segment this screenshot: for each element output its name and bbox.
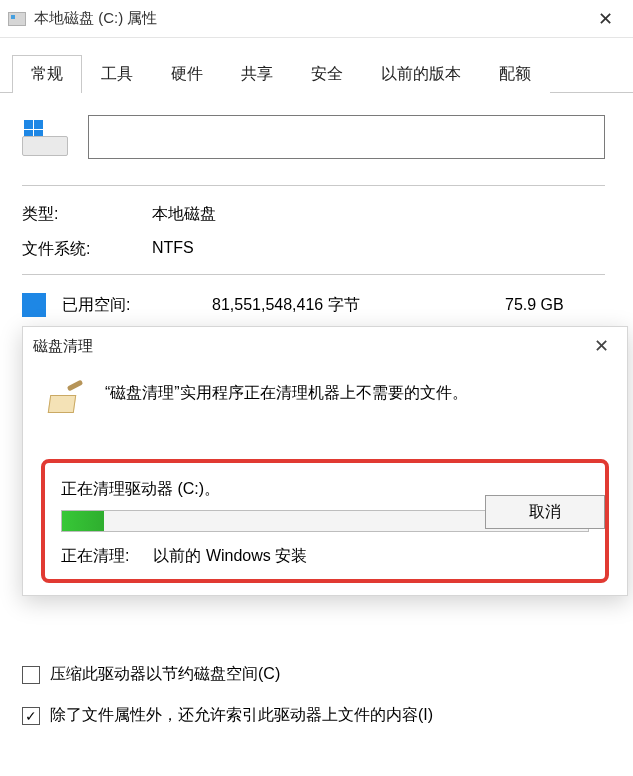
used-space-gb: 75.9 GB bbox=[505, 296, 605, 314]
cleanup-title: 磁盘清理 bbox=[33, 337, 585, 356]
used-space-label: 已用空间: bbox=[62, 295, 212, 316]
drive-large-icon bbox=[22, 118, 68, 156]
tab-previous-versions[interactable]: 以前的版本 bbox=[362, 55, 480, 93]
cleanup-message: “磁盘清理”实用程序正在清理机器上不需要的文件。 bbox=[105, 381, 468, 404]
compress-checkbox[interactable] bbox=[22, 666, 40, 684]
cleanup-icon bbox=[45, 381, 87, 423]
divider bbox=[22, 274, 605, 275]
tab-security[interactable]: 安全 bbox=[292, 55, 362, 93]
disk-cleanup-dialog: 磁盘清理 ✕ “磁盘清理”实用程序正在清理机器上不需要的文件。 正在清理驱动器 … bbox=[22, 326, 628, 596]
compress-label: 压缩此驱动器以节约磁盘空间(C) bbox=[50, 664, 280, 685]
general-panel: 类型: 本地磁盘 文件系统: NTFS 已用空间: 81,551,548,416… bbox=[0, 93, 633, 327]
volume-label-input[interactable] bbox=[88, 115, 605, 159]
divider bbox=[22, 185, 605, 186]
index-label: 除了文件属性外，还允许索引此驱动器上文件的内容(I) bbox=[50, 705, 433, 726]
tab-quota[interactable]: 配额 bbox=[480, 55, 550, 93]
filesystem-label: 文件系统: bbox=[22, 239, 152, 260]
bottom-options: 压缩此驱动器以节约磁盘空间(C) 除了文件属性外，还允许索引此驱动器上文件的内容… bbox=[22, 664, 433, 746]
type-label: 类型: bbox=[22, 204, 152, 225]
type-value: 本地磁盘 bbox=[152, 204, 216, 225]
filesystem-value: NTFS bbox=[152, 239, 194, 260]
index-checkbox[interactable] bbox=[22, 707, 40, 725]
properties-titlebar: 本地磁盘 (C:) 属性 ✕ bbox=[0, 0, 633, 38]
used-space-bytes: 81,551,548,416 字节 bbox=[212, 295, 505, 316]
cleanup-detail-label: 正在清理: bbox=[61, 546, 129, 567]
tab-general[interactable]: 常规 bbox=[12, 55, 82, 93]
cleanup-detail-value: 以前的 Windows 安装 bbox=[153, 546, 307, 567]
tab-tools[interactable]: 工具 bbox=[82, 55, 152, 93]
cancel-button[interactable]: 取消 bbox=[485, 495, 605, 529]
tab-hardware[interactable]: 硬件 bbox=[152, 55, 222, 93]
used-space-swatch bbox=[22, 293, 46, 317]
cleanup-progress-fill bbox=[62, 511, 104, 531]
tab-sharing[interactable]: 共享 bbox=[222, 55, 292, 93]
drive-icon bbox=[8, 12, 26, 26]
tab-strip: 常规 工具 硬件 共享 安全 以前的版本 配额 bbox=[0, 38, 633, 93]
window-title: 本地磁盘 (C:) 属性 bbox=[34, 9, 585, 28]
close-icon[interactable]: ✕ bbox=[585, 335, 617, 357]
close-icon[interactable]: ✕ bbox=[585, 4, 625, 34]
